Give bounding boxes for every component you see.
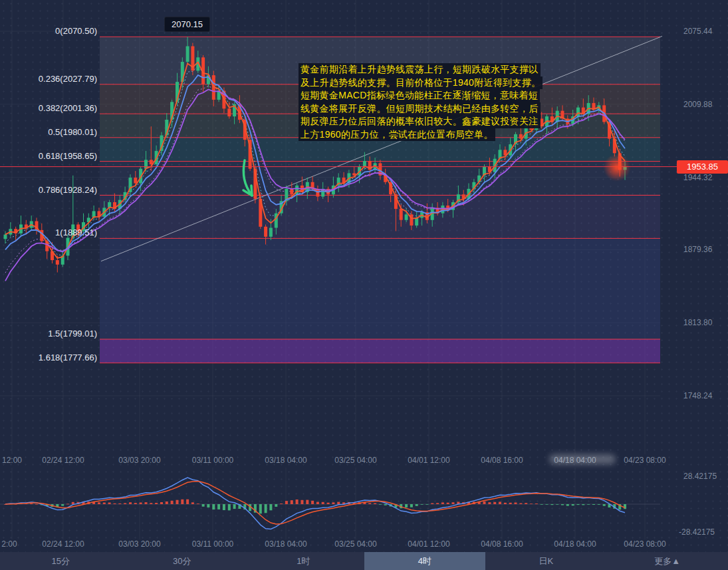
analysis-annotation: 黄金前期沿着上升趋势线震荡上行，短期跌破水平支撑以及上升趋势线的支撑。目前价格位…: [299, 63, 551, 141]
timeframe-tab-日K[interactable]: 日K: [485, 552, 607, 570]
time-tick-label: 03/25 04:00: [334, 539, 376, 549]
timeframe-tab-30分[interactable]: 30分: [122, 552, 243, 570]
time-tick-label: 04/08 16:00: [481, 539, 523, 549]
time-tick-label: 04/01 12:00: [408, 539, 449, 549]
timeframe-tabbar: 15分30分1时4时日K更多▲: [0, 552, 728, 570]
time-tick-label: 02/24 12:00: [42, 456, 84, 465]
time-tick-label: 03/11 00:00: [192, 539, 234, 549]
time-tick-label: 03/18 04:00: [265, 456, 306, 465]
time-tick-label: 04/01 12:00: [408, 456, 449, 465]
time-tick-label: 03/03 20:00: [118, 539, 160, 549]
current-price-badge: 1953.85: [677, 160, 728, 174]
trading-chart-app: 0(2070.50)0.236(2027.79)0.382(2001.36)0.…: [0, 0, 728, 570]
time-tick-label: 12:00: [2, 456, 22, 465]
annotation-line: 及上升趋势线的支撑。目前价格位于1940附近得到支撑。: [299, 76, 543, 90]
time-tick-label: 03/25 04:00: [334, 456, 376, 465]
time-tick-label: 04/23 08:00: [624, 456, 666, 465]
time-axis: 12:0002/24 12:0003/03 20:0003/11 00:0003…: [0, 456, 728, 466]
time-tick-label: 04/08 16:00: [481, 456, 523, 465]
time-tick-label: 04/18 04:00: [554, 456, 596, 465]
macd-chart-canvas[interactable]: [0, 468, 728, 539]
time-tick-label: 04/23 08:00: [624, 539, 666, 549]
macd-time-axis: 2:0002/24 12:0003/03 20:0003/11 00:0003/…: [0, 539, 728, 550]
annotation-line: 期反弹压力位后回落的概率依旧较大。鑫豪建议投资关注: [299, 115, 541, 128]
time-tick-label: 04/18 04:00: [554, 539, 596, 549]
time-tick-label: 03/18 04:00: [265, 539, 306, 549]
time-tick-label: 03/03 20:00: [118, 456, 160, 465]
timeframe-tab-4时[interactable]: 4时: [364, 552, 486, 570]
down-arrow-icon: [234, 157, 274, 207]
peak-price-tooltip: 2070.15: [164, 17, 210, 32]
annotation-line: 短期黄金MACD指标绿色动能柱正在逐渐缩短，意味着短: [299, 89, 540, 102]
time-tick-label: 03/11 00:00: [192, 456, 234, 465]
annotation-line: 黄金前期沿着上升趋势线震荡上行，短期跌破水平支撑以: [299, 63, 541, 76]
watermark-smudge: [549, 454, 616, 464]
annotation-line: 上方1960的压力位，尝试在此位置布局空单。: [299, 128, 495, 142]
timeframe-tab-15分[interactable]: 15分: [0, 552, 122, 570]
timeframe-tab-1时[interactable]: 1时: [243, 552, 364, 570]
timeframe-tab-更多▲[interactable]: 更多▲: [607, 552, 728, 570]
macd-axis-min: -28.42175: [679, 527, 715, 537]
time-tick-label: 2:00: [1, 539, 17, 549]
macd-axis-max: 28.42175: [683, 472, 717, 481]
time-tick-label: 02/24 12:00: [42, 539, 84, 549]
annotation-line: 线黄金将展开反弹。但短周期技术结构已经由多转空，后: [299, 102, 541, 116]
